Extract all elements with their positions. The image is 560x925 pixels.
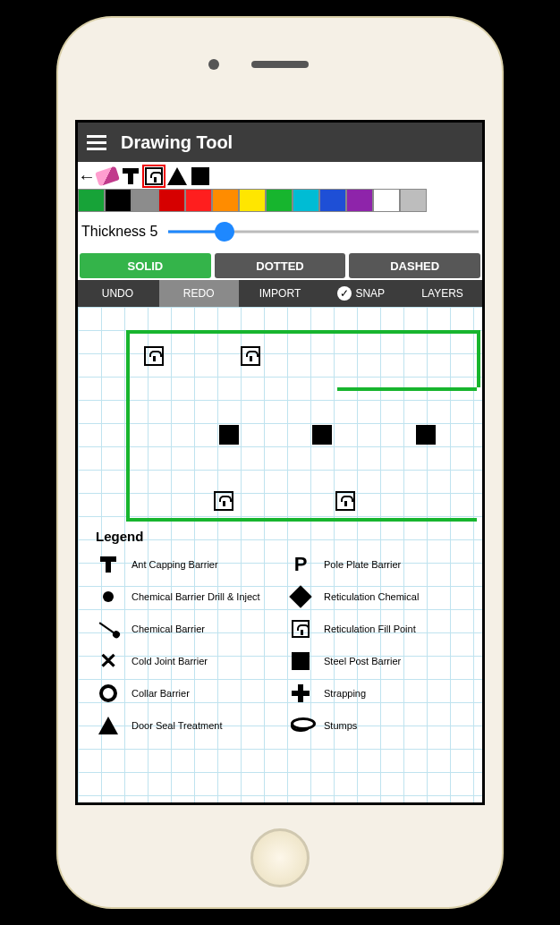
legend-label: Stumps (324, 720, 357, 731)
legend-label: Pole Plate Barrier (324, 559, 401, 570)
legend-label: Strapping (324, 688, 366, 699)
page-title: Drawing Tool (121, 132, 233, 153)
color-swatch[interactable] (346, 189, 373, 212)
legend-item: Ant Capping Barrier (96, 554, 284, 575)
square-icon (191, 167, 209, 185)
color-swatch[interactable] (319, 189, 346, 212)
square-marker[interactable] (219, 425, 239, 445)
color-swatch[interactable] (400, 189, 427, 212)
tee-tool[interactable] (119, 165, 142, 188)
square-icon (292, 652, 310, 670)
legend-item: Steel Post Barrier (288, 650, 477, 672)
x-icon: ✕ (99, 649, 117, 674)
legend-label: Door Seal Treatment (132, 720, 223, 731)
import-button[interactable]: IMPORT (241, 280, 320, 307)
legend-label: Chemical Barrier (132, 624, 205, 634)
legend-item: Chemical Barrier Drill & Inject (96, 586, 284, 607)
eraser-icon (95, 166, 120, 187)
tap-marker[interactable] (144, 346, 164, 366)
plus-icon (292, 684, 310, 702)
triangle-icon (98, 717, 118, 734)
tap-marker[interactable] (214, 491, 233, 511)
color-swatch[interactable] (78, 189, 105, 212)
legend-item: PPole Plate Barrier (288, 554, 477, 575)
menu-icon[interactable] (87, 135, 106, 150)
app-header: Drawing Tool (78, 123, 482, 162)
legend-label: Collar Barrier (132, 688, 190, 699)
legend-item: Strapping (288, 683, 477, 704)
legend-item: Chemical Barrier (96, 618, 284, 640)
legend-item: ✕Cold Joint Barrier (96, 650, 284, 672)
color-swatch[interactable] (293, 189, 319, 212)
legend-item: Stumps (288, 715, 477, 736)
tee-icon (100, 556, 116, 573)
legend-item: Door Seal Treatment (96, 715, 284, 736)
dashed-button[interactable]: DASHED (349, 253, 480, 278)
diamond-icon (289, 585, 311, 607)
snap-toggle[interactable]: ✓SNAP (321, 280, 401, 307)
eraser-tool[interactable] (96, 165, 119, 188)
color-swatch[interactable] (132, 189, 158, 212)
legend-item: Reticulation Fill Point (288, 618, 477, 640)
triangle-tool[interactable] (165, 165, 189, 188)
tap-icon (145, 167, 163, 185)
floorplan-line (337, 387, 477, 391)
redo-button[interactable]: REDO (159, 280, 239, 307)
cylinder-icon (291, 719, 310, 732)
legend: Ant Capping BarrierPPole Plate BarrierCh… (96, 554, 477, 736)
tap-icon (292, 620, 310, 638)
color-swatch[interactable] (158, 189, 185, 212)
square-marker[interactable] (312, 425, 332, 445)
tap-marker[interactable] (241, 346, 260, 366)
color-swatch[interactable] (373, 189, 400, 212)
undo-button[interactable]: UNDO (78, 280, 157, 307)
line-dot-icon (99, 622, 118, 635)
thickness-slider[interactable] (168, 221, 479, 242)
legend-label: Steel Post Barrier (324, 656, 401, 666)
square-marker[interactable] (416, 425, 436, 445)
floorplan-line (477, 330, 480, 387)
floorplan-line (126, 518, 477, 522)
square-tool[interactable] (189, 165, 212, 188)
color-palette (78, 189, 482, 212)
P-icon: P (294, 553, 308, 576)
solid-button[interactable]: SOLID (80, 253, 211, 278)
layers-button[interactable]: LAYERS (403, 280, 482, 307)
legend-label: Chemical Barrier Drill & Inject (132, 591, 260, 602)
color-swatch[interactable] (185, 189, 212, 212)
line-style-segment: SOLID DOTTED DASHED (78, 251, 482, 280)
tool-row: ← (78, 162, 482, 189)
dotted-button[interactable]: DOTTED (215, 253, 346, 278)
floorplan-line (126, 330, 477, 518)
dot-icon (103, 591, 114, 602)
triangle-icon (167, 167, 187, 185)
back-icon[interactable]: ← (78, 166, 96, 187)
thickness-label: Thickness 5 (81, 224, 157, 240)
tee-icon (123, 168, 139, 184)
legend-label: Ant Capping Barrier (132, 559, 218, 570)
color-swatch[interactable] (266, 189, 293, 212)
color-swatch[interactable] (105, 189, 132, 212)
legend-label: Cold Joint Barrier (132, 656, 208, 666)
check-icon: ✓ (337, 286, 352, 301)
legend-item: Collar Barrier (96, 683, 284, 704)
color-swatch[interactable] (212, 189, 239, 212)
tap-tool[interactable] (142, 165, 165, 188)
action-row: UNDO REDO IMPORT ✓SNAP LAYERS (78, 280, 482, 307)
thickness-row: Thickness 5 (78, 212, 482, 251)
slider-thumb[interactable] (215, 222, 234, 242)
legend-label: Reticulation Chemical (324, 591, 419, 602)
circle-icon (99, 684, 117, 702)
tap-marker[interactable] (335, 491, 355, 511)
drawing-canvas[interactable]: Legend Ant Capping BarrierPPole Plate Ba… (78, 307, 482, 802)
legend-item: Reticulation Chemical (288, 586, 477, 607)
legend-title: Legend (96, 529, 143, 544)
legend-label: Reticulation Fill Point (324, 624, 416, 634)
color-swatch[interactable] (239, 189, 266, 212)
